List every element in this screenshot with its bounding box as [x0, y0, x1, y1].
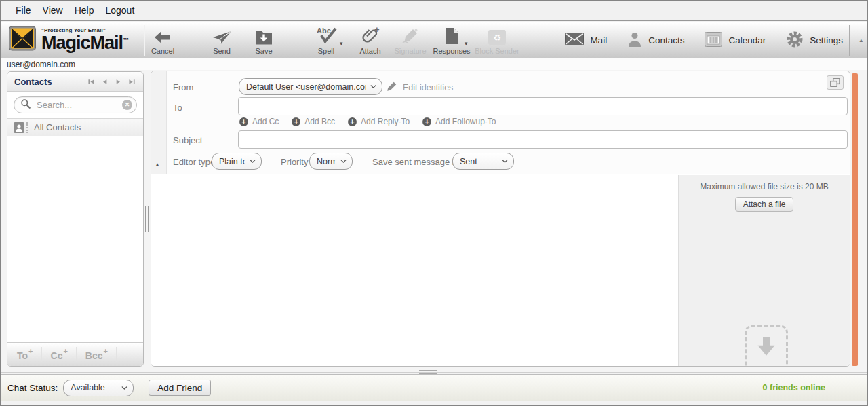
add-bcc-link[interactable]: +Add Bcc: [292, 117, 335, 126]
menu-file[interactable]: File: [16, 5, 31, 16]
responses-options-arrow-icon[interactable]: ▾: [465, 40, 468, 47]
add-to-recipient-button[interactable]: To+: [17, 348, 33, 361]
add-recipient-links: +Add Cc +Add Bcc +Add Reply-To +Add Foll…: [239, 117, 496, 126]
pencil-icon: [387, 81, 397, 94]
plus-circle-icon: +: [348, 117, 357, 126]
sidebar-item-all-contacts[interactable]: All Contacts: [7, 118, 143, 136]
add-followup-to-link[interactable]: +Add Followup-To: [422, 117, 496, 126]
brand-name: MagicMail™: [41, 33, 129, 52]
compose-headers: ▲ From Default User <user@domain.com> Ed…: [151, 71, 850, 174]
toolbar-collapse-arrow-icon[interactable]: ▴: [859, 37, 863, 43]
collapse-headers-icon[interactable]: ▲: [155, 162, 160, 168]
to-label: To: [173, 103, 182, 113]
clear-search-icon[interactable]: ✕: [122, 100, 132, 110]
pager-next-icon[interactable]: [114, 77, 123, 86]
max-file-size-text: Maximum allowed file size is 20 MB: [679, 182, 850, 191]
nav-settings[interactable]: Settings: [786, 31, 843, 50]
priority-select[interactable]: Normal: [309, 153, 353, 170]
signature-pen-icon: [401, 27, 420, 45]
plus-circle-icon: +: [422, 117, 431, 126]
vertical-scrollbar[interactable]: [852, 73, 858, 366]
block-sender-button[interactable]: ♻ Block Sender: [471, 26, 523, 55]
app-nav: Mail Contacts Calendar: [565, 22, 843, 58]
cancel-button[interactable]: Cancel: [142, 26, 183, 55]
sidebar-splitter-handle[interactable]: [145, 206, 151, 232]
trademark-symbol: ™: [123, 37, 129, 43]
file-dropzone[interactable]: [745, 325, 788, 367]
block-sender-icon: ♻: [488, 27, 506, 45]
menu-help[interactable]: Help: [75, 5, 94, 16]
contacts-sidebar: Contacts ✕: [7, 71, 144, 367]
chat-status-select[interactable]: Available: [63, 380, 134, 396]
compose-body: Maximum allowed file size is 20 MB Attac…: [151, 175, 850, 366]
nav-mail[interactable]: Mail: [565, 33, 607, 48]
responses-button[interactable]: Responses: [428, 26, 475, 55]
send-button[interactable]: Send: [201, 26, 242, 55]
pager-first-icon[interactable]: [87, 77, 96, 86]
add-cc-link[interactable]: +Add Cc: [239, 117, 279, 126]
contact-card-icon: [14, 122, 24, 133]
chat-status-label: Chat Status:: [7, 383, 58, 393]
save-sent-label: Save sent message in: [372, 157, 459, 167]
edit-identities-link[interactable]: Edit identities: [387, 81, 453, 94]
save-sent-folder-select[interactable]: Sent: [452, 153, 514, 170]
subject-label: Subject: [173, 135, 202, 145]
pager-previous-icon[interactable]: [100, 77, 109, 86]
contacts-search-input[interactable]: [35, 99, 122, 111]
attachments-panel: Maximum allowed file size is 20 MB Attac…: [678, 175, 850, 366]
toolbar: "Protecting Your Email" MagicMail™ Cance…: [1, 22, 867, 58]
mail-envelope-icon: [565, 33, 584, 48]
plus-circle-icon: +: [239, 117, 248, 126]
nav-calendar[interactable]: Calendar: [705, 32, 766, 49]
from-identity-select[interactable]: Default User <user@domain.com>: [239, 78, 382, 95]
chevron-down-icon: [120, 384, 129, 392]
search-icon: [20, 98, 31, 111]
settings-gear-icon: [786, 31, 804, 50]
friends-online-status: 0 friends online: [763, 383, 825, 392]
sidebar-title: Contacts: [14, 77, 87, 87]
attach-button[interactable]: + Attach: [350, 26, 391, 55]
svg-text:Abc: Abc: [317, 26, 331, 35]
chevron-down-icon: [248, 157, 257, 166]
subject-input[interactable]: [238, 130, 848, 149]
pager-last-icon[interactable]: [127, 77, 136, 86]
back-arrow-icon: [154, 27, 172, 45]
account-email: user@domain.com: [7, 60, 75, 69]
attach-a-file-button[interactable]: Attach a file: [735, 197, 794, 212]
chatbar-resize-handle[interactable]: [419, 369, 437, 375]
menu-view[interactable]: View: [43, 5, 63, 16]
from-label: From: [173, 82, 193, 92]
contacts-list[interactable]: [7, 136, 143, 342]
editor-type-label: Editor type: [173, 157, 215, 167]
chatbar: Chat Status: Available Add Friend 0 frie…: [1, 374, 867, 401]
download-arrow-icon: [756, 336, 776, 356]
chevron-down-icon: [369, 82, 378, 91]
editor-type-select[interactable]: Plain text: [212, 153, 262, 170]
save-draft-button[interactable]: Save: [243, 26, 284, 55]
footer-separator: [116, 347, 117, 362]
priority-label: Priority: [281, 157, 308, 167]
add-bcc-recipient-button[interactable]: Bcc+: [85, 348, 107, 361]
chevron-down-icon: [339, 157, 348, 166]
menubar: File View Help Logout: [1, 1, 867, 21]
envelope-logo-icon: [9, 26, 36, 54]
footer-separator: [76, 347, 77, 362]
save-draft-icon: [255, 27, 273, 45]
add-friend-button[interactable]: Add Friend: [149, 380, 211, 396]
popout-window-button[interactable]: [827, 75, 844, 90]
add-reply-to-link[interactable]: +Add Reply-To: [348, 117, 410, 126]
message-body-input[interactable]: [151, 175, 678, 366]
nav-contacts[interactable]: Contacts: [627, 31, 684, 50]
paper-plane-icon: [212, 27, 232, 45]
dotted-divider: [26, 122, 28, 133]
signature-button[interactable]: Signature: [389, 26, 432, 55]
contacts-pager: [87, 77, 136, 86]
spell-options-arrow-icon[interactable]: ▾: [340, 40, 343, 47]
menu-logout[interactable]: Logout: [105, 5, 134, 16]
add-cc-recipient-button[interactable]: Cc+: [51, 348, 67, 361]
to-recipients-input[interactable]: [238, 97, 848, 115]
compose-gutter: ▲: [151, 71, 167, 174]
svg-text:+: +: [374, 26, 380, 35]
chevron-down-icon: [500, 157, 509, 166]
recipient-buttons-footer: To+ Cc+ Bcc+: [7, 342, 143, 366]
